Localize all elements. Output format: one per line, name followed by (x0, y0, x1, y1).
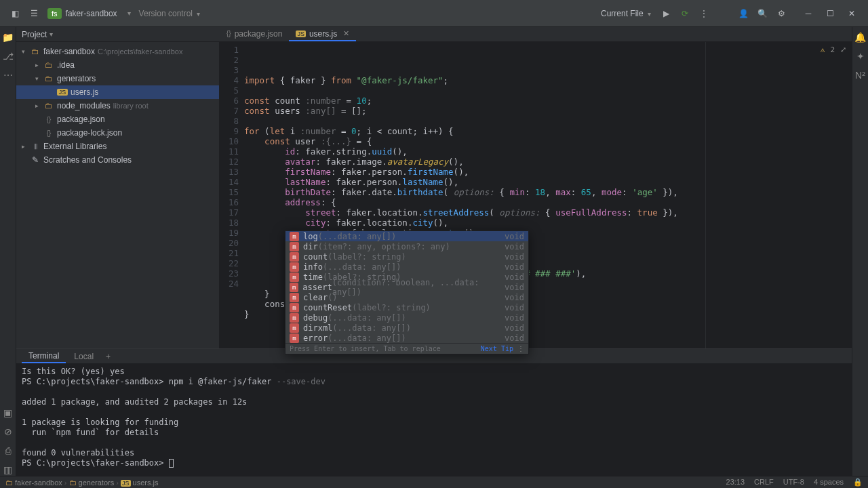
tree-item--idea[interactable]: ▸🗀.idea (16, 58, 219, 72)
chevron-down-icon[interactable]: ▾ (50, 30, 53, 38)
code-line-13[interactable]: address: { (244, 197, 852, 207)
structure-tool-icon[interactable]: ⋯ (2, 69, 14, 81)
completion-item-assert[interactable]: massert(condition?: boolean, ...data: an… (285, 282, 528, 292)
more-actions-icon[interactable]: ⋮ (696, 5, 712, 22)
project-tree[interactable]: ▾🗀faker-sandboxC:\projects\faker-sandbox… (16, 42, 220, 348)
terminal-tool-icon[interactable]: ▣ (2, 407, 14, 419)
project-name[interactable]: faker-sandbox (66, 9, 117, 18)
right-tool-strip: 🔔 ✦ N² (852, 27, 868, 476)
completion-item-dir[interactable]: mdir(item?: any, options?: any)void (285, 241, 528, 251)
expand-icon[interactable]: ⤢ (840, 45, 846, 55)
completion-item-error[interactable]: merror(...data: any[])void (285, 333, 528, 343)
window-controls: ─ ☐ ✕ (797, 5, 863, 22)
ai-tool-icon[interactable]: ✦ (854, 50, 867, 62)
close-tab-icon[interactable]: ✕ (343, 29, 349, 38)
app-icon[interactable]: ◧ (7, 5, 23, 22)
gutter: 123456789101112131415161718192021222324 (220, 42, 244, 348)
code-line-5[interactable] (244, 116, 852, 126)
terminal-panel: TerminalLocal+ Is this OK? (yes) yes PS … (16, 348, 852, 476)
indent-setting[interactable]: 4 spaces (814, 478, 844, 487)
code-line-8[interactable]: id: faker.string.uuid(), (244, 146, 852, 157)
tree-item-package-json[interactable]: {}package.json (16, 113, 219, 126)
completion-item-debug[interactable]: mdebug(...data: any[])void (285, 312, 528, 323)
run-config[interactable]: Current File ▾ (601, 9, 651, 18)
completion-hint: Press Enter to insert, Tab to replace (290, 345, 441, 352)
completion-item-countReset[interactable]: mcountReset(label?: string)void (285, 302, 528, 312)
terminal-body[interactable]: Is this OK? (yes) yes PS C:\projects\fak… (16, 364, 852, 476)
status-bar: 🗀 faker-sandbox › 🗀 generators › JS user… (0, 476, 868, 488)
caret-position[interactable]: 23:13 (726, 478, 745, 487)
code-line-6[interactable]: for (let i :number = 0; i < count; i++) … (244, 126, 852, 136)
tree-item-faker-sandbox[interactable]: ▾🗀faker-sandboxC:\projects\faker-sandbox (16, 45, 219, 58)
file-encoding[interactable]: UTF-8 (783, 478, 804, 487)
tree-item-generators[interactable]: ▾🗀generators (16, 72, 219, 85)
code-line-11[interactable]: lastName: faker.person.lastName(), (244, 177, 852, 187)
warning-count: 2 (830, 45, 835, 55)
close-button[interactable]: ✕ (841, 5, 863, 22)
right-margin-line (705, 42, 706, 348)
tab-users-js[interactable]: JSusers.js✕ (289, 27, 356, 41)
titlebar: ◧ ☰ fs faker-sandbox ▾ Version control ▾… (0, 0, 868, 27)
problems-tool-icon[interactable]: ⊘ (2, 426, 14, 438)
notifications-tool-icon[interactable]: 🔔 (854, 31, 867, 43)
completion-more-icon[interactable]: ⋮ (517, 345, 524, 352)
code-line-7[interactable]: const user :{...} = { (244, 136, 852, 146)
run-icon[interactable]: ▶ (658, 5, 674, 22)
database-tool-icon[interactable]: N² (854, 69, 867, 81)
tree-item-scratches-and-consoles[interactable]: ✎Scratches and Consoles (16, 153, 219, 167)
completion-item-log[interactable]: mlog(...data: any[])void (285, 231, 528, 241)
project-tool-icon[interactable]: 📁 (2, 31, 14, 43)
tree-item-users-js[interactable]: JSusers.js (16, 85, 219, 99)
commit-tool-icon[interactable]: ⎇ (2, 50, 14, 62)
main-menu-icon[interactable]: ☰ (26, 5, 42, 22)
code-with-me-icon[interactable]: 👤 (735, 5, 751, 22)
search-icon[interactable]: 🔍 (754, 5, 770, 22)
tree-item-package-lock-json[interactable]: {}package-lock.json (16, 126, 219, 140)
tab-package-json[interactable]: {}package.json (220, 27, 289, 41)
terminal-tab-local[interactable]: Local (67, 350, 100, 363)
completion-popup[interactable]: mlog(...data: any[])voidmdir(item?: any,… (285, 230, 529, 354)
git-tool-icon[interactable]: ⎙ (2, 445, 14, 457)
code-line-14[interactable]: street: faker.location.streetAddress( op… (244, 207, 852, 218)
minimize-button[interactable]: ─ (797, 5, 819, 22)
code-line-10[interactable]: firstName: faker.person.firstName(), (244, 167, 852, 177)
line-ending[interactable]: CRLF (754, 478, 774, 487)
project-badge: fs (47, 8, 62, 19)
warning-icon[interactable]: ⚠ (821, 45, 825, 55)
debug-icon[interactable]: ⟳ (677, 5, 693, 22)
code-line-3[interactable]: const count :number = 10; (244, 96, 852, 106)
left-tool-strip: 📁 ⎇ ⋯ ▣ ⊘ ⎙ ▥ (0, 27, 16, 476)
breadcrumb[interactable]: 🗀 faker-sandbox › 🗀 generators › JS user… (5, 479, 158, 487)
settings-icon[interactable]: ⚙ (773, 5, 789, 22)
tree-item-node-modules[interactable]: ▸🗀node_moduleslibrary root (16, 99, 219, 113)
project-title: Project (22, 30, 47, 39)
tree-item-external-libraries[interactable]: ▸⫴External Libraries (16, 140, 219, 153)
completion-item-dirxml[interactable]: mdirxml(...data: any[])void (285, 323, 528, 333)
code-line-2[interactable] (244, 85, 852, 96)
services-tool-icon[interactable]: ▥ (2, 464, 14, 476)
terminal-tab-terminal[interactable]: Terminal (22, 350, 66, 363)
project-tool-header: Project ▾ (16, 27, 220, 42)
code-line-1[interactable]: import { faker } from "@faker-js/faker"; (244, 75, 852, 85)
readonly-icon[interactable]: 🔒 (853, 478, 863, 487)
code-line-4[interactable]: const users :any[] = []; (244, 106, 852, 116)
editor-tabs: {}package.jsonJSusers.js✕ (220, 27, 852, 42)
completion-item-count[interactable]: mcount(label?: string)void (285, 251, 528, 262)
code-line-15[interactable]: city: faker.location.city(), (244, 218, 852, 228)
completion-item-info[interactable]: minfo(...data: any[])void (285, 262, 528, 272)
code-line-12[interactable]: birthDate: faker.date.birthdate( options… (244, 187, 852, 197)
chevron-down-icon[interactable]: ▾ (127, 9, 131, 17)
new-terminal-icon[interactable]: + (102, 352, 115, 361)
code-line-9[interactable]: avatar: faker.image.avatarLegacy(), (244, 157, 852, 167)
editor-indicators[interactable]: ⚠ 2 ⤢ (821, 45, 846, 55)
maximize-button[interactable]: ☐ (819, 5, 841, 22)
vcs-widget[interactable]: Version control ▾ (139, 9, 201, 18)
next-tip-link[interactable]: Next Tip (481, 345, 513, 352)
